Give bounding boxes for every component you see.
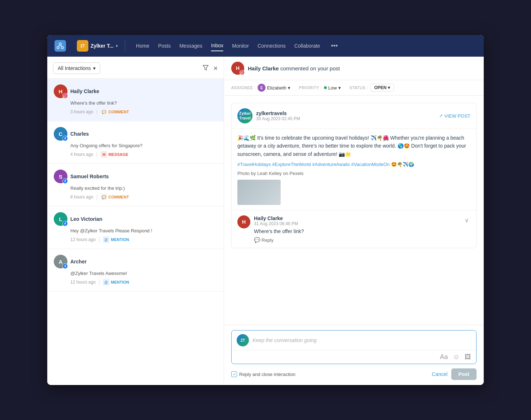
nav-inbox[interactable]: Inbox bbox=[211, 40, 223, 51]
interaction-item-header: L Leo Victorian bbox=[54, 212, 217, 226]
interaction-message: Hey @Zylker Travels Please Respond ! bbox=[70, 228, 217, 233]
interaction-item[interactable]: S Samuel Roberts Really excited for the … bbox=[47, 164, 224, 206]
app-logo-icon bbox=[54, 40, 66, 52]
reply-toolbar: Aa ☺ 🖼 bbox=[232, 350, 476, 364]
filter-icon[interactable] bbox=[202, 64, 209, 72]
nav-messages[interactable]: Messages bbox=[179, 41, 202, 51]
svg-line-3 bbox=[58, 45, 60, 47]
assignee-name: Elizabeth bbox=[267, 85, 286, 91]
comment-bubble: Haily Clarke 31 Aug 2023 06:46 PM Where'… bbox=[254, 215, 304, 243]
status-badge[interactable]: OPEN ▾ bbox=[370, 84, 394, 92]
interaction-item[interactable]: C Charles Any Ongoing offers for Singapo… bbox=[47, 121, 224, 164]
brand-section[interactable]: ZT Zylker T... ▾ bbox=[77, 40, 125, 52]
status-text: OPEN bbox=[374, 85, 386, 90]
reply-input-header[interactable]: ZT Keep the conversation going bbox=[232, 331, 476, 350]
close-icon[interactable]: ✕ bbox=[213, 65, 218, 72]
assignee-avatar: E bbox=[258, 84, 266, 92]
interaction-time: 12 hours ago bbox=[70, 237, 96, 242]
interaction-message: Where's the offer link? bbox=[70, 100, 217, 106]
priority-value[interactable]: Low ▾ bbox=[324, 85, 341, 91]
post-author-name: zylkertravels bbox=[256, 110, 300, 116]
left-header-icons: ✕ bbox=[202, 64, 218, 72]
type-badge: @ MENTION bbox=[103, 279, 129, 285]
interaction-message: Any Ongoing offers for Singapore? bbox=[70, 143, 217, 148]
mention-type-icon: @ bbox=[103, 236, 109, 243]
brand-icon: ZT bbox=[77, 40, 88, 52]
post-body: 🎉🌊🌿 It's time to celebrate the upcoming … bbox=[232, 129, 476, 210]
view-post-label: VIEW POST bbox=[444, 113, 470, 119]
right-header-description: Haily Clarke commented on your post bbox=[248, 65, 340, 71]
reply-actions: Cancel Post bbox=[432, 368, 477, 380]
interaction-name: Samuel Roberts bbox=[70, 174, 109, 179]
avatar-wrap: L bbox=[54, 212, 67, 226]
type-badge: ✉ MESSAGE bbox=[101, 151, 128, 158]
nav-collaborate[interactable]: Collaborate bbox=[294, 41, 320, 51]
assignee-value[interactable]: E Elizabeth ▾ bbox=[258, 84, 290, 92]
interaction-item-header: S Samuel Roberts bbox=[54, 170, 217, 183]
interaction-item[interactable]: A Archer @Zylker Travels Awesome! 12 hou… bbox=[47, 249, 224, 292]
svg-point-7 bbox=[65, 95, 66, 97]
status-chevron: ▾ bbox=[388, 85, 390, 90]
reply-placeholder: Keep the conversation going bbox=[253, 337, 316, 343]
right-panel-header: H Haily Clarke commented on your post bbox=[224, 57, 484, 80]
type-badge: @ MENTION bbox=[103, 236, 129, 243]
media-icon[interactable]: 🖼 bbox=[465, 353, 471, 361]
avatar-wrap: S bbox=[54, 170, 67, 183]
interaction-meta: 12 hours ago | @ MENTION bbox=[70, 279, 217, 285]
avatar-wrap: H bbox=[54, 84, 67, 98]
interaction-item-header: H Haily Clarke bbox=[54, 84, 217, 98]
formatting-icon[interactable]: Aa bbox=[440, 353, 448, 361]
avatar-wrap: C bbox=[54, 127, 67, 141]
interaction-meta: 4 hours ago | ✉ MESSAGE bbox=[70, 151, 217, 158]
assignee-chevron: ▾ bbox=[288, 85, 290, 91]
assignee-field: ASSIGNEE : E Elizabeth ▾ bbox=[231, 84, 290, 92]
nav-home[interactable]: Home bbox=[136, 41, 149, 51]
facebook-badge bbox=[62, 178, 68, 184]
type-badge: 💬 COMMENT bbox=[101, 194, 129, 200]
post-text: 🎉🌊🌿 It's time to celebrate the upcoming … bbox=[237, 134, 470, 158]
facebook-badge bbox=[62, 221, 68, 226]
type-label: MENTION bbox=[111, 280, 129, 284]
reply-button[interactable]: 💬 Reply bbox=[254, 237, 304, 243]
interaction-name: Archer bbox=[70, 259, 87, 264]
filter-label: All Interactions bbox=[58, 65, 91, 71]
post-author: ZylkerTravel zylkertravels 30 Aug 2023 0… bbox=[237, 108, 300, 123]
reply-close-interaction[interactable]: ✓ Reply and close interaction bbox=[231, 371, 295, 377]
priority-label: PRIORITY : bbox=[299, 86, 322, 90]
right-panel: H Haily Clarke commented on your post AS… bbox=[224, 57, 484, 385]
comment-date: 31 Aug 2023 06:46 PM bbox=[254, 221, 304, 226]
comment-text: Where's the offer link? bbox=[254, 228, 304, 234]
all-interactions-filter[interactable]: All Interactions ▾ bbox=[53, 62, 100, 74]
view-post-button[interactable]: ↗ VIEW POST bbox=[439, 113, 470, 119]
emoji-icon[interactable]: ☺ bbox=[453, 353, 460, 361]
interaction-name: Haily Clarke bbox=[70, 88, 99, 94]
post-button[interactable]: Post bbox=[451, 368, 477, 380]
reply-footer: ✓ Reply and close interaction Cancel Pos… bbox=[231, 368, 477, 380]
interaction-meta: 8 hours ago | 💬 COMMENT bbox=[70, 194, 217, 200]
post-thread: ZylkerTravel zylkertravels 30 Aug 2023 0… bbox=[224, 96, 484, 325]
more-options-icon[interactable]: ••• bbox=[331, 42, 338, 50]
interaction-item[interactable]: L Leo Victorian Hey @Zylker Travels Plea… bbox=[47, 206, 224, 249]
reply-label: Reply bbox=[262, 237, 273, 243]
interaction-item[interactable]: H Haily Clarke Where's the offer link? 3… bbox=[47, 79, 224, 121]
interaction-item-header: C Charles bbox=[54, 127, 217, 141]
post-date: 30 Aug 2023 02:45 PM bbox=[256, 116, 300, 121]
brand-dropdown-icon[interactable]: ▾ bbox=[116, 44, 118, 48]
message-type-icon: ✉ bbox=[101, 151, 107, 158]
type-label: MENTION bbox=[111, 237, 129, 242]
nav-connections[interactable]: Connections bbox=[258, 41, 286, 51]
facebook-badge bbox=[62, 263, 68, 269]
left-panel-header: All Interactions ▾ ✕ bbox=[47, 57, 224, 79]
cancel-button[interactable]: Cancel bbox=[432, 371, 448, 377]
type-label: COMMENT bbox=[109, 110, 129, 114]
collapse-icon[interactable]: ∨ bbox=[463, 215, 470, 225]
nav-monitor[interactable]: Monitor bbox=[232, 41, 249, 51]
post-credit: Photo by Leah Kelley on Pexels bbox=[237, 171, 470, 176]
header-action: commented on your post bbox=[280, 65, 340, 71]
svg-point-2 bbox=[61, 47, 63, 49]
facebook-badge bbox=[62, 136, 68, 141]
svg-point-8 bbox=[66, 95, 66, 95]
interaction-time: 8 hours ago bbox=[70, 194, 93, 200]
filter-chevron-icon: ▾ bbox=[93, 65, 96, 71]
nav-posts[interactable]: Posts bbox=[158, 41, 171, 51]
